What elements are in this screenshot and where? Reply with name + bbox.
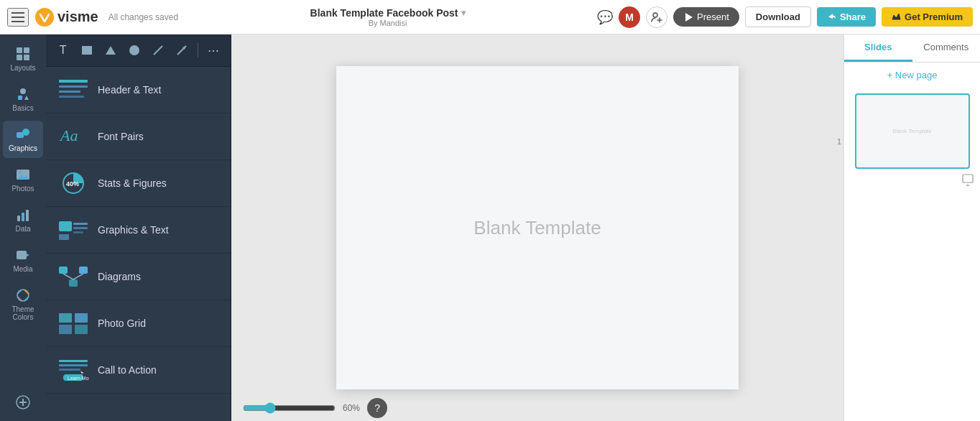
canvas-placeholder: Blank Template	[473, 217, 601, 239]
svg-rect-45	[59, 267, 68, 274]
stats-figures-label: Stats & Figures	[98, 177, 167, 189]
sidebar-item-theme-colors[interactable]: Theme Colors	[3, 282, 43, 327]
share-icon	[827, 12, 836, 22]
sidebar-item-layouts[interactable]: Layouts	[3, 40, 43, 78]
svg-rect-7	[24, 47, 29, 53]
svg-marker-28	[106, 46, 116, 55]
sidebar-item-media[interactable]: Media	[3, 241, 43, 279]
svg-point-10	[20, 88, 26, 94]
line-tool[interactable]	[149, 40, 168, 60]
new-page-button[interactable]: + New page	[844, 63, 980, 88]
slide-thumbnail[interactable]: Blank Template	[855, 93, 970, 169]
svg-marker-12	[24, 96, 29, 100]
svg-point-16	[19, 171, 22, 174]
svg-point-0	[35, 8, 54, 27]
svg-rect-40	[59, 221, 72, 231]
slide-thumb-label: Blank Template	[892, 128, 932, 134]
canvas-frame[interactable]: Blank Template	[336, 66, 739, 389]
svg-line-49	[73, 274, 83, 279]
crown-icon	[892, 12, 901, 22]
svg-rect-6	[17, 47, 22, 53]
svg-text:Learn More: Learn More	[68, 376, 89, 381]
slide-thumbnails: 1 Blank Template	[844, 88, 980, 421]
circle-tool[interactable]	[124, 40, 144, 60]
svg-rect-46	[79, 267, 88, 274]
arrow-tool[interactable]	[172, 40, 192, 60]
svg-point-1	[653, 13, 657, 17]
comment-button[interactable]: 💬	[597, 9, 613, 25]
theme-icon	[15, 287, 31, 303]
topbar-left: visme All changes saved	[7, 7, 178, 27]
triangle-tool[interactable]	[101, 40, 120, 60]
svg-marker-59	[80, 371, 84, 374]
svg-rect-34	[59, 85, 88, 88]
svg-text:40%: 40%	[66, 180, 79, 188]
panel-sidebar: T ⋯	[46, 34, 231, 421]
slide-action-button[interactable]	[961, 173, 974, 189]
call-to-action-label: Call to Action	[98, 364, 157, 376]
svg-rect-43	[73, 227, 88, 229]
visme-logo-icon	[34, 7, 55, 27]
logo: visme	[34, 7, 98, 27]
svg-rect-35	[59, 91, 80, 93]
share-button[interactable]: Share	[817, 7, 876, 27]
panel-item-header-text[interactable]: Header & Text	[46, 67, 231, 114]
panel-item-photo-grid[interactable]: Photo Grid	[46, 300, 231, 347]
sidebar-item-basics[interactable]: Basics	[3, 80, 43, 118]
data-icon	[15, 207, 31, 223]
add-icon	[16, 395, 30, 410]
diagrams-icon	[57, 264, 89, 290]
svg-rect-50	[59, 313, 72, 323]
tab-slides[interactable]: Slides	[844, 34, 912, 62]
svg-rect-54	[59, 360, 88, 362]
panel-item-graphics-text[interactable]: Graphics & Text	[46, 207, 231, 254]
svg-rect-36	[59, 96, 84, 98]
zoom-label: 60%	[343, 403, 360, 413]
logo-text: visme	[57, 9, 98, 25]
sidebar-item-photos[interactable]: Photos	[3, 161, 43, 198]
doc-subtitle: By Mandisi	[369, 19, 407, 27]
zoom-help-button[interactable]: ?	[367, 398, 387, 418]
sidebar-item-data[interactable]: Data	[3, 201, 43, 239]
download-button[interactable]: Download	[745, 6, 811, 27]
circle-icon	[129, 45, 140, 56]
add-page-button[interactable]	[3, 389, 43, 415]
add-person-icon	[651, 11, 662, 23]
call-to-action-icon: Learn More	[57, 357, 89, 383]
doc-title[interactable]: Blank Template Facebook Post ▾	[310, 7, 466, 19]
tab-comments[interactable]: Comments	[912, 34, 981, 62]
header-text-icon	[57, 77, 89, 103]
svg-text:Aa: Aa	[59, 126, 78, 144]
svg-rect-11	[18, 96, 22, 100]
text-tool[interactable]: T	[53, 40, 73, 60]
graphics-icon	[15, 126, 31, 142]
rectangle-tool[interactable]	[77, 40, 96, 60]
triangle-icon	[105, 45, 116, 55]
sidebar-item-graphics[interactable]: Graphics	[3, 121, 43, 158]
svg-rect-44	[73, 231, 83, 233]
slide-thumb-container: 1 Blank Template	[850, 93, 974, 189]
graphics-text-icon	[57, 217, 89, 243]
svg-rect-8	[17, 55, 22, 60]
zoom-slider[interactable]	[243, 402, 336, 414]
more-tools-button[interactable]: ⋯	[204, 40, 223, 60]
svg-line-30	[154, 46, 162, 55]
panel-item-call-to-action[interactable]: Learn More Call to Action	[46, 347, 231, 394]
panel-item-diagrams[interactable]: Diagrams	[46, 254, 231, 300]
svg-rect-56	[59, 369, 80, 371]
hamburger-menu[interactable]	[7, 8, 29, 27]
present-button[interactable]: Present	[673, 7, 739, 27]
get-premium-button[interactable]: Get Premium	[882, 7, 973, 27]
panel-item-stats-figures[interactable]: 40% Stats & Figures	[46, 160, 231, 207]
icon-sidebar: Layouts Basics Graphics	[0, 34, 46, 421]
svg-rect-53	[75, 325, 88, 334]
svg-rect-55	[59, 364, 88, 366]
font-pairs-icon: Aa	[57, 124, 89, 149]
rectangle-icon	[81, 45, 93, 55]
add-member-button[interactable]	[646, 6, 667, 28]
panel-item-font-pairs[interactable]: Aa Font Pairs	[46, 114, 231, 160]
header-text-label: Header & Text	[98, 84, 161, 96]
diagrams-label: Diagrams	[98, 271, 141, 282]
avatar: M	[619, 6, 640, 28]
photos-icon	[15, 167, 31, 182]
